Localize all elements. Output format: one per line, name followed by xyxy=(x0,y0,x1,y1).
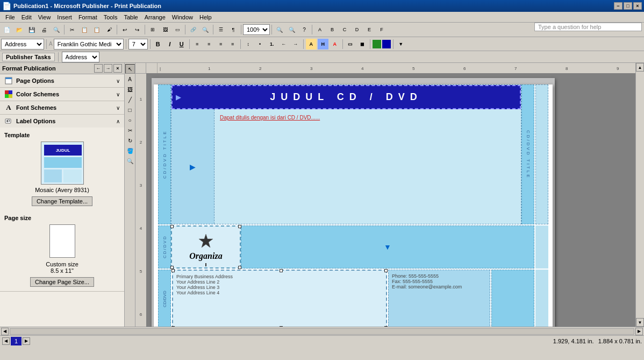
scroll-down-btn[interactable]: ▼ xyxy=(636,318,644,327)
hscroll-left-btn[interactable]: ◀ xyxy=(1,328,9,335)
fill-tool[interactable]: 🪣 xyxy=(125,146,135,156)
title-bar-text: Publication1 - Microsoft Publisher - Pri… xyxy=(13,3,161,9)
publisher-tasks-label[interactable]: Publisher Tasks xyxy=(2,53,55,61)
border-btn[interactable]: ▭ xyxy=(345,39,356,50)
hyperlink-button[interactable]: 🔗 xyxy=(187,24,199,36)
image-tool[interactable]: 🖼 xyxy=(125,84,135,94)
change-template-button[interactable]: Change Template... xyxy=(32,196,92,206)
menu-tools[interactable]: Tools xyxy=(101,13,121,22)
zoom-tool[interactable]: 🔍 xyxy=(125,156,135,166)
blue-box[interactable] xyxy=(382,40,391,48)
panel-forward-button[interactable]: → xyxy=(104,64,112,73)
menu-format[interactable]: Format xyxy=(75,13,101,22)
menu-view[interactable]: View xyxy=(35,13,54,22)
paste-button[interactable]: 📋 xyxy=(91,24,103,36)
font-color2[interactable]: A xyxy=(330,39,340,50)
save-button[interactable]: 💾 xyxy=(26,24,38,36)
line-spacing[interactable]: ↕ xyxy=(243,39,254,50)
numbers[interactable]: 1. xyxy=(267,39,277,50)
open-button[interactable]: 📂 xyxy=(13,24,25,36)
print-preview-button[interactable]: 🔍 xyxy=(51,24,62,36)
bullets[interactable]: • xyxy=(255,39,266,50)
fill-btn[interactable]: ◼ xyxy=(357,39,368,50)
scroll-up-btn[interactable]: ▲ xyxy=(636,63,644,72)
extra6[interactable]: F xyxy=(376,24,388,36)
align-left[interactable]: ≡ xyxy=(192,39,203,50)
hscroll-right-btn[interactable]: ▶ xyxy=(635,328,643,335)
search-button[interactable]: 🔍 xyxy=(199,24,211,36)
line-tool[interactable]: ╱ xyxy=(125,95,135,104)
hscroll-track[interactable] xyxy=(10,328,634,335)
menu-bar: File Edit View Insert Format Tools Table… xyxy=(0,12,644,23)
undo-button[interactable]: ↩ xyxy=(119,24,131,36)
size-select[interactable]: 7 8 10 12 xyxy=(128,39,148,50)
rotate-tool[interactable]: ↻ xyxy=(125,136,135,145)
change-page-size-button[interactable]: Change Page Size... xyxy=(30,277,94,287)
menu-table[interactable]: Table xyxy=(120,13,141,22)
underline-button[interactable]: U xyxy=(176,39,187,50)
insert-picture-button[interactable]: 🖼 xyxy=(159,24,171,36)
menu-file[interactable]: File xyxy=(2,13,18,22)
tasks-style-select[interactable]: Address xyxy=(62,52,99,62)
text-tool[interactable]: A xyxy=(125,74,135,84)
columns-button[interactable]: ☰ xyxy=(215,24,227,36)
more-btn[interactable]: ▼ xyxy=(396,39,406,50)
zoom-select[interactable]: 100% 75% 150% xyxy=(243,24,270,35)
panel-close-button[interactable]: × xyxy=(113,64,122,73)
oval-tool[interactable]: ○ xyxy=(125,115,135,125)
copy-button[interactable]: 📋 xyxy=(78,24,90,36)
font-schemes-header[interactable]: A Font Schemes ∨ xyxy=(0,101,124,114)
zoom-in-button[interactable]: 🔍 xyxy=(274,24,285,36)
justify[interactable]: ≡ xyxy=(227,39,238,50)
svg-text:3: 3 xyxy=(140,183,142,188)
help-box[interactable]: Type a question for help xyxy=(534,23,642,31)
crop-tool[interactable]: ✂ xyxy=(125,125,135,135)
menu-edit[interactable]: Edit xyxy=(18,13,35,22)
insert-frame-button[interactable]: ▭ xyxy=(171,24,183,36)
extra4[interactable]: D xyxy=(351,24,363,36)
new-button[interactable]: 📄 xyxy=(1,24,13,36)
menu-help[interactable]: Help xyxy=(196,13,215,22)
font-select[interactable]: Franklin Gothic Medi Arial Times New Rom… xyxy=(54,39,124,50)
help-button[interactable]: ? xyxy=(298,24,310,36)
format-painter[interactable]: 🖌 xyxy=(103,24,115,36)
print-button[interactable]: 🖨 xyxy=(38,24,50,36)
maximize-button[interactable]: □ xyxy=(624,2,632,10)
align-center[interactable]: ≡ xyxy=(204,39,214,50)
bold-button[interactable]: B xyxy=(153,39,163,50)
close-button[interactable]: × xyxy=(633,2,642,10)
panel-back-button[interactable]: ← xyxy=(94,64,103,73)
extra3[interactable]: C xyxy=(339,24,350,36)
zoom-out-button[interactable]: 🔍 xyxy=(286,24,298,36)
label-options-header[interactable]: 🏷 Label Options ∧ xyxy=(0,115,124,128)
redo-button[interactable]: ↪ xyxy=(131,24,143,36)
nav-right-btn[interactable]: ▶ xyxy=(23,337,30,345)
highlight-btn[interactable]: H xyxy=(318,39,328,50)
color-schemes-header[interactable]: Color Schemes ∨ xyxy=(0,88,124,101)
increase-indent[interactable]: → xyxy=(290,39,301,50)
rect-tool[interactable]: □ xyxy=(125,105,135,115)
menu-arrange[interactable]: Arrange xyxy=(141,13,169,22)
font-color-btn[interactable]: A xyxy=(306,39,317,50)
menu-insert[interactable]: Insert xyxy=(54,13,75,22)
minimize-button[interactable]: − xyxy=(614,2,622,10)
insert-table-button[interactable]: ⊞ xyxy=(147,24,159,36)
cut-button[interactable]: ✂ xyxy=(66,24,78,36)
sep2 xyxy=(117,25,117,34)
green-box[interactable] xyxy=(373,40,381,48)
extra2[interactable]: B xyxy=(326,24,338,36)
extra5[interactable]: E xyxy=(363,24,375,36)
align-right[interactable]: ≡ xyxy=(216,39,226,50)
show-para-button[interactable]: ¶ xyxy=(227,24,239,36)
title-bar-controls[interactable]: − □ × xyxy=(614,2,642,10)
page-options-header[interactable]: Page Options ∨ xyxy=(0,74,124,87)
decrease-indent[interactable]: ← xyxy=(278,39,289,50)
select-tool[interactable]: ↖ xyxy=(125,64,135,74)
svg-text:2: 2 xyxy=(259,66,262,71)
nav-left-btn[interactable]: ◀ xyxy=(2,337,10,345)
italic-button[interactable]: I xyxy=(164,39,175,50)
page-number-btn[interactable]: 1 xyxy=(11,337,22,345)
extra1[interactable]: A xyxy=(314,24,326,36)
menu-window[interactable]: Window xyxy=(169,13,196,22)
style-select[interactable]: Address Normal Heading 1 xyxy=(1,39,44,50)
